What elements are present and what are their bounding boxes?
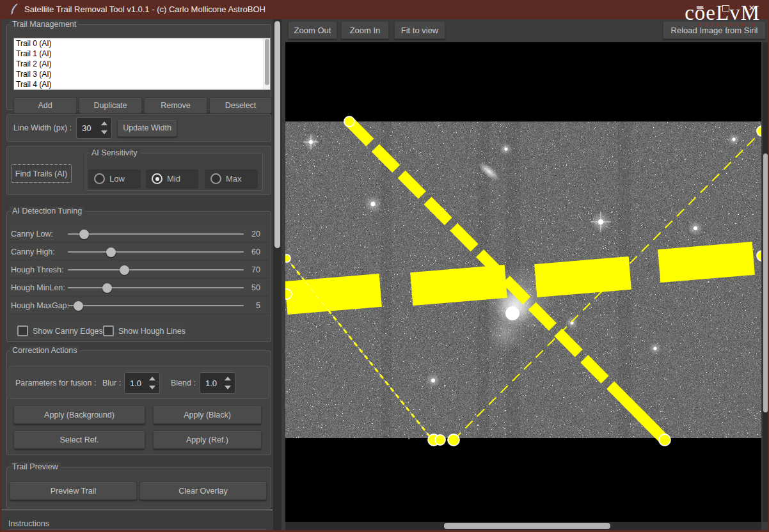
- slider-track[interactable]: [68, 287, 244, 288]
- image-horizontal-scrollbar-thumb[interactable]: [444, 523, 610, 529]
- slider-label: Canny Low:: [11, 230, 53, 239]
- slider-thumb[interactable]: [120, 265, 129, 275]
- image-vertical-scrollbar[interactable]: [763, 42, 768, 522]
- correction-actions-group: Correction Actions Parameters for fusion…: [6, 350, 271, 455]
- spin-up-icon[interactable]: [225, 377, 231, 380]
- fit-to-view-button[interactable]: Fit to view: [394, 21, 445, 39]
- slider-thumb[interactable]: [102, 283, 112, 293]
- starfield-image[interactable]: [285, 42, 761, 522]
- radio-icon: [94, 173, 105, 184]
- app-feather-icon: [10, 3, 19, 18]
- reload-image-button[interactable]: Reload Image from Siril: [663, 21, 766, 39]
- fusion-params-label: Parameters for fusion :: [15, 379, 96, 387]
- ai-sensitivity-title: AI Sensitivity: [89, 148, 140, 157]
- radio-icon: [210, 173, 221, 184]
- slider-label: Hough MaxGap:: [11, 301, 69, 310]
- add-button[interactable]: Add: [13, 97, 77, 114]
- apply-ref-button[interactable]: Apply (Ref.): [153, 430, 262, 449]
- trail-management-title: Trail Management: [10, 20, 79, 29]
- minimize-button[interactable]: [696, 4, 705, 13]
- instructions-group-edge: [6, 529, 267, 532]
- sensitivity-low-radio[interactable]: Low: [88, 169, 141, 189]
- correction-actions-title: Correction Actions: [10, 346, 79, 355]
- slider-track[interactable]: [68, 305, 244, 306]
- ai-sensitivity-group: AI Sensitivity Low Mid Max: [86, 153, 263, 191]
- zoom-out-button[interactable]: Zoom Out: [288, 21, 337, 39]
- canny-high-slider: Canny High: 60: [10, 244, 269, 260]
- spin-up-icon[interactable]: [101, 121, 107, 125]
- slider-thumb[interactable]: [79, 230, 89, 239]
- blend-value: 1.0: [205, 379, 217, 388]
- apply-black-button[interactable]: Apply (Black): [153, 405, 262, 424]
- apply-background-button[interactable]: Apply (Background): [13, 405, 145, 424]
- sensitivity-max-radio[interactable]: Max: [205, 169, 258, 189]
- slider-value: 70: [251, 265, 260, 274]
- select-ref-button[interactable]: Select Ref.: [13, 430, 145, 449]
- trail-list-item[interactable]: Trail 1 (AI): [14, 49, 270, 59]
- trail-list-item[interactable]: Trail 2 (AI): [14, 59, 270, 69]
- panel-separator: [2, 510, 273, 510]
- slider-label: Canny High:: [11, 247, 55, 256]
- trail-listbox[interactable]: Trail 0 (AI) Trail 1 (AI) Trail 2 (AI) T…: [13, 38, 271, 90]
- ai-tuning-group: AI Detection Tuning Canny Low: 20 Canny …: [6, 211, 271, 342]
- maximize-button[interactable]: [722, 4, 731, 13]
- minimize-icon: [697, 8, 704, 9]
- slider-track[interactable]: [68, 251, 244, 253]
- line-width-label: Line Width (px) :: [13, 123, 72, 132]
- slider-label: Hough MinLen:: [11, 283, 65, 292]
- trail-list-item[interactable]: Trail 0 (AI): [14, 38, 270, 49]
- spin-down-icon[interactable]: [101, 130, 107, 134]
- hough-minlen-slider: Hough MinLen: 50: [10, 279, 269, 296]
- hough-maxgap-slider: Hough MaxGap: 5: [10, 297, 269, 314]
- app-window: Satellite Trail Removal Tool v1.0.1 - (c…: [0, 0, 769, 532]
- trail-list-item[interactable]: Trail 3 (AI): [14, 69, 270, 79]
- zoom-in-button[interactable]: Zoom In: [341, 21, 389, 39]
- show-canny-edges-checkbox[interactable]: [17, 325, 28, 336]
- deselect-button[interactable]: Deselect: [209, 97, 272, 114]
- panel-scrollbar-thumb[interactable]: [274, 21, 280, 248]
- remove-button[interactable]: Remove: [144, 97, 207, 114]
- titlebar: Satellite Trail Removal Tool v1.0.1 - (c…: [1, 0, 768, 19]
- slider-value: 5: [256, 301, 260, 310]
- image-viewport[interactable]: [285, 42, 761, 522]
- radio-icon: [152, 173, 163, 184]
- spin-down-icon[interactable]: [149, 386, 155, 389]
- show-canny-edges-label: Show Canny Edges: [33, 327, 103, 336]
- duplicate-button[interactable]: Duplicate: [79, 97, 142, 114]
- show-hough-lines-checkbox[interactable]: [103, 325, 114, 336]
- spin-up-icon[interactable]: [149, 377, 155, 380]
- canny-low-slider: Canny Low: 20: [10, 226, 269, 242]
- slider-label: Hough Thresh:: [11, 265, 63, 274]
- find-trails-button[interactable]: Find Trails (AI): [11, 164, 72, 183]
- blend-spinner[interactable]: 1.0: [200, 372, 235, 394]
- line-width-value: 30: [82, 123, 91, 133]
- fusion-params-frame: Parameters for fusion : Blur : 1.0 Blend…: [10, 366, 269, 399]
- trail-list-item[interactable]: Trail 4 (AI): [14, 79, 270, 90]
- image-horizontal-scrollbar[interactable]: [285, 522, 761, 530]
- trail-list-scrollbar-thumb[interactable]: [265, 39, 269, 85]
- spin-down-icon[interactable]: [225, 386, 231, 389]
- clear-overlay-button[interactable]: Clear Overlay: [139, 481, 267, 500]
- show-hough-lines-label: Show Hough Lines: [118, 327, 186, 336]
- trail-management-group: Trail Management Trail 0 (AI) Trail 1 (A…: [6, 24, 271, 110]
- radio-label: Low: [109, 174, 125, 184]
- line-width-spinner[interactable]: 30: [76, 117, 112, 139]
- trail-preview-group: Trail Preview Preview Trail Clear Overla…: [6, 467, 271, 508]
- preview-trail-button[interactable]: Preview Trail: [10, 481, 137, 500]
- blend-label: Blend :: [171, 379, 196, 387]
- trail-list-scrollbar[interactable]: [264, 38, 270, 90]
- blur-spinner[interactable]: 1.0: [124, 372, 160, 394]
- image-vertical-scrollbar-thumb[interactable]: [763, 153, 768, 412]
- close-button[interactable]: ✕: [747, 4, 756, 13]
- image-area: Zoom Out Zoom In Fit to view Reload Imag…: [281, 19, 769, 532]
- blur-label: Blur :: [102, 379, 121, 387]
- sensitivity-mid-radio[interactable]: Mid: [146, 169, 198, 189]
- line-width-frame: Line Width (px) : 30 Update Width: [6, 114, 271, 142]
- slider-track[interactable]: [68, 269, 244, 270]
- slider-thumb[interactable]: [106, 247, 116, 257]
- slider-track[interactable]: [68, 233, 244, 235]
- panel-scrollbar[interactable]: [273, 19, 281, 532]
- slider-thumb[interactable]: [74, 301, 83, 311]
- show-options-row: Show Canny Edges Show Hough Lines: [15, 324, 185, 339]
- update-width-button[interactable]: Update Width: [117, 119, 177, 137]
